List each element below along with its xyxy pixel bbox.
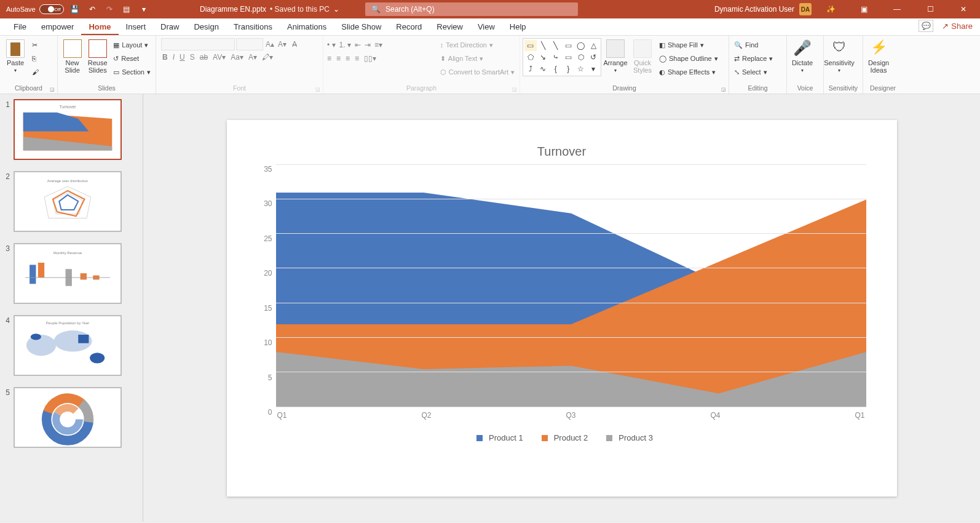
slide-thumbnail-1[interactable]: Turnover bbox=[14, 99, 122, 160]
tabs-bar: FileempowerHomeInsertDrawDesignTransitio… bbox=[0, 18, 980, 36]
coming-soon-icon[interactable]: ✨ bbox=[816, 0, 845, 18]
document-title[interactable]: Diagramme EN.pptx • Saved to this PC ⌄ bbox=[200, 5, 339, 14]
bold-button[interactable]: B bbox=[162, 53, 168, 62]
svg-rect-19 bbox=[78, 335, 89, 343]
minimize-icon[interactable]: — bbox=[883, 0, 911, 18]
slide-thumbnail-5[interactable] bbox=[14, 387, 122, 448]
dictate-button[interactable]: 🎤 Dictate▾ bbox=[789, 38, 815, 73]
arrange-button[interactable]: Arrange▾ bbox=[603, 38, 628, 73]
tab-help[interactable]: Help bbox=[502, 20, 534, 35]
user-name[interactable]: Dynamic Activation User bbox=[714, 5, 794, 14]
font-size-select[interactable] bbox=[236, 38, 263, 50]
shape-fill-button[interactable]: ◧Shape Fill▾ bbox=[657, 38, 721, 52]
layout-button[interactable]: ▦Layout▾ bbox=[111, 38, 153, 52]
tab-draw[interactable]: Draw bbox=[153, 20, 186, 35]
paragraph-dialog-launcher[interactable]: ◲ bbox=[511, 86, 518, 93]
comments-button[interactable]: 💬 bbox=[919, 20, 933, 32]
tab-file[interactable]: File bbox=[6, 20, 34, 35]
tab-animations[interactable]: Animations bbox=[280, 20, 334, 35]
decrease-indent-button[interactable]: ⇤ bbox=[355, 41, 361, 49]
columns-button[interactable]: ▯▯▾ bbox=[364, 54, 376, 63]
sensitivity-button[interactable]: 🛡 Sensitivity▾ bbox=[826, 38, 852, 73]
tab-record[interactable]: Record bbox=[389, 20, 429, 35]
font-color-button[interactable]: A▾ bbox=[248, 53, 257, 62]
italic-button[interactable]: I bbox=[173, 53, 175, 62]
slide-editor[interactable]: Turnover 35302520151050 Q1Q2Q3Q4Q1 Produ… bbox=[143, 94, 980, 522]
underline-button[interactable]: U bbox=[180, 53, 185, 62]
group-paragraph-label: Paragraph bbox=[326, 84, 517, 92]
thumb-number: 4 bbox=[1, 315, 10, 325]
bullets-button[interactable]: • ▾ bbox=[327, 41, 336, 49]
section-button[interactable]: ▭Section▾ bbox=[111, 65, 153, 79]
search-input[interactable]: 🔍 Search (Alt+Q) bbox=[365, 2, 578, 16]
drawing-dialog-launcher[interactable]: ◲ bbox=[720, 86, 727, 93]
tab-view[interactable]: View bbox=[470, 20, 502, 35]
slide-thumbnail-3[interactable]: Monthly Revenue bbox=[14, 243, 122, 304]
char-spacing-button[interactable]: AV▾ bbox=[213, 53, 226, 62]
close-icon[interactable]: ✕ bbox=[949, 0, 978, 18]
share-button[interactable]: ↗ Share bbox=[938, 20, 976, 32]
tab-slide-show[interactable]: Slide Show bbox=[334, 20, 389, 35]
shape-outline-button[interactable]: ◯Shape Outline▾ bbox=[657, 52, 721, 65]
font-family-select[interactable] bbox=[161, 38, 235, 50]
numbering-button[interactable]: 1. ▾ bbox=[339, 41, 351, 49]
ribbon-display-icon[interactable]: ▣ bbox=[850, 0, 878, 18]
align-text-button[interactable]: ⬍Align Text▾ bbox=[438, 52, 517, 65]
highlight-button[interactable]: 🖍▾ bbox=[262, 53, 273, 62]
find-button[interactable]: 🔍Find bbox=[732, 38, 775, 52]
line-spacing-button[interactable]: ≡▾ bbox=[374, 41, 382, 49]
shape-textbox-icon[interactable]: ▭ bbox=[524, 40, 537, 51]
align-center-button[interactable]: ≡ bbox=[336, 54, 341, 63]
tab-review[interactable]: Review bbox=[429, 20, 470, 35]
reset-button[interactable]: ↺Reset bbox=[111, 52, 153, 65]
slide-thumbnail-4[interactable]: People Population by Year bbox=[14, 315, 122, 376]
align-right-button[interactable]: ≡ bbox=[346, 54, 350, 63]
tab-design[interactable]: Design bbox=[186, 20, 226, 35]
text-direction-button[interactable]: ↕Text Direction▾ bbox=[438, 38, 517, 52]
paste-button[interactable]: Paste ▾ bbox=[2, 38, 28, 73]
qat-customize-icon[interactable]: ▾ bbox=[138, 3, 150, 15]
text-direction-icon: ↕ bbox=[440, 41, 444, 49]
clipboard-dialog-launcher[interactable]: ◲ bbox=[49, 86, 56, 93]
decrease-font-icon[interactable]: A▾ bbox=[277, 40, 288, 49]
tab-home[interactable]: Home bbox=[81, 20, 118, 35]
format-painter-button[interactable]: 🖌 bbox=[30, 65, 41, 79]
align-left-button[interactable]: ≡ bbox=[327, 54, 331, 63]
shadow-button[interactable]: ab bbox=[200, 53, 208, 62]
increase-font-icon[interactable]: A▴ bbox=[264, 40, 275, 49]
from-beginning-icon[interactable]: ▤ bbox=[121, 3, 133, 15]
new-slide-button[interactable]: New Slide bbox=[60, 38, 84, 74]
replace-button[interactable]: ⇄Replace▾ bbox=[732, 52, 775, 65]
design-ideas-button[interactable]: ⚡ Design Ideas bbox=[866, 38, 891, 74]
clear-format-icon[interactable]: A̶ bbox=[289, 40, 300, 49]
new-slide-icon bbox=[63, 39, 82, 58]
autosave-toggle[interactable]: AutoSave Off bbox=[6, 4, 64, 14]
cut-icon: ✂ bbox=[32, 41, 38, 49]
change-case-button[interactable]: Aa▾ bbox=[231, 53, 243, 62]
justify-button[interactable]: ≡ bbox=[355, 54, 359, 63]
shapes-gallery[interactable]: ▭ ╲╲▭◯△ ⬠↘⤷▭⬡↺ ⤴∿{}☆▾ bbox=[523, 38, 601, 76]
redo-icon[interactable]: ↷ bbox=[103, 3, 116, 15]
quick-styles-button[interactable]: Quick Styles bbox=[630, 38, 655, 74]
smartart-button[interactable]: ⬡Convert to SmartArt▾ bbox=[438, 65, 517, 79]
reuse-slides-button[interactable]: Reuse Slides bbox=[85, 38, 109, 74]
group-sensitivity-label: Sensitivity bbox=[826, 84, 860, 92]
strike-button[interactable]: S bbox=[190, 53, 195, 62]
select-button[interactable]: ⤡Select▾ bbox=[732, 65, 775, 79]
cut-button[interactable]: ✂ bbox=[30, 38, 41, 52]
tab-empower[interactable]: empower bbox=[34, 20, 81, 35]
user-avatar[interactable]: DA bbox=[799, 3, 812, 15]
slide-canvas[interactable]: Turnover 35302520151050 Q1Q2Q3Q4Q1 Produ… bbox=[227, 120, 897, 497]
shape-effects-button[interactable]: ◐Shape Effects▾ bbox=[657, 65, 721, 79]
slide-thumbnail-2[interactable]: Average user distribution bbox=[14, 171, 122, 232]
ribbon: Paste ▾ ✂ ⎘ 🖌 Clipboard ◲ New Slide Reus… bbox=[0, 36, 980, 94]
chart[interactable]: Turnover 35302520151050 Q1Q2Q3Q4Q1 Produ… bbox=[258, 145, 866, 478]
undo-icon[interactable]: ↶ bbox=[86, 3, 98, 15]
tab-transitions[interactable]: Transitions bbox=[226, 20, 280, 35]
font-dialog-launcher[interactable]: ◲ bbox=[314, 86, 322, 93]
maximize-icon[interactable]: ☐ bbox=[916, 0, 944, 18]
increase-indent-button[interactable]: ⇥ bbox=[365, 41, 371, 49]
save-icon[interactable]: 💾 bbox=[69, 3, 81, 15]
tab-insert[interactable]: Insert bbox=[119, 20, 154, 35]
copy-button[interactable]: ⎘ bbox=[30, 52, 41, 65]
